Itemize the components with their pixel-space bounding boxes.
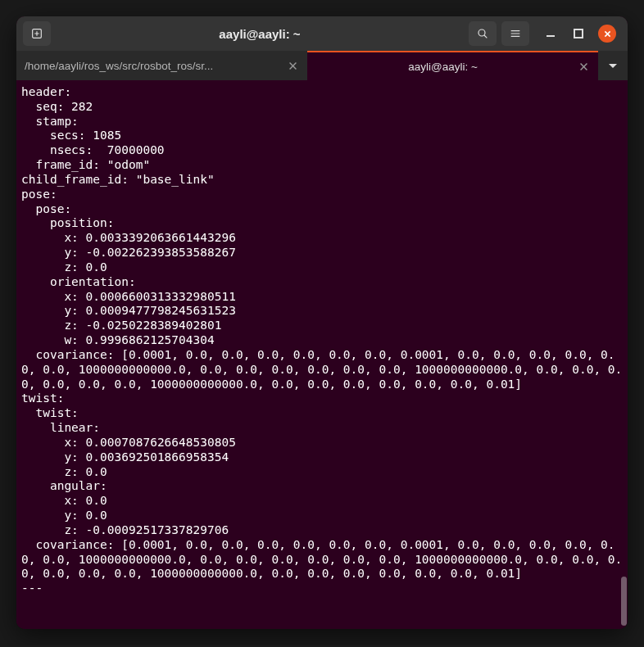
menu-button[interactable]: [501, 21, 529, 46]
terminal-window: aayli@aayli: ~ /home/aayli/ros_ws/src/ro…: [16, 16, 628, 629]
hamburger-icon: [509, 27, 522, 40]
new-tab-icon: [30, 27, 43, 40]
tabbar: /home/aayli/ros_ws/src/rosbot_ros/sr... …: [16, 51, 628, 80]
tab-label: /home/aayli/ros_ws/src/rosbot_ros/sr...: [25, 60, 279, 72]
titlebar: aayli@aayli: ~: [16, 16, 628, 51]
tabs-dropdown-button[interactable]: [598, 51, 628, 80]
svg-rect-9: [574, 29, 583, 38]
tab-close-button[interactable]: [577, 60, 590, 73]
scrollbar[interactable]: [621, 82, 627, 627]
close-button[interactable]: [598, 25, 616, 43]
search-icon: [476, 27, 489, 40]
tab-label: aayli@aayli: ~: [315, 61, 570, 73]
terminal-output[interactable]: header: seq: 282 stamp: secs: 1085 nsecs…: [16, 80, 628, 629]
maximize-button[interactable]: [570, 25, 587, 42]
window-title: aayli@aayli: ~: [56, 27, 464, 41]
minimize-icon: [545, 28, 556, 39]
window-controls: [534, 25, 621, 43]
close-icon: [288, 61, 297, 70]
tab-close-button[interactable]: [286, 59, 299, 72]
scrollbar-thumb[interactable]: [621, 577, 627, 626]
tab-rosbot-src[interactable]: /home/aayli/ros_ws/src/rosbot_ros/sr...: [16, 51, 307, 80]
minimize-button[interactable]: [542, 25, 559, 42]
close-icon: [579, 62, 588, 71]
search-button[interactable]: [469, 21, 497, 46]
chevron-down-icon: [608, 61, 618, 70]
svg-line-4: [484, 35, 487, 38]
new-tab-button[interactable]: [23, 21, 51, 46]
maximize-icon: [573, 28, 584, 39]
close-icon: [603, 29, 612, 38]
svg-point-3: [478, 29, 485, 36]
tab-home[interactable]: aayli@aayli: ~: [307, 51, 598, 80]
